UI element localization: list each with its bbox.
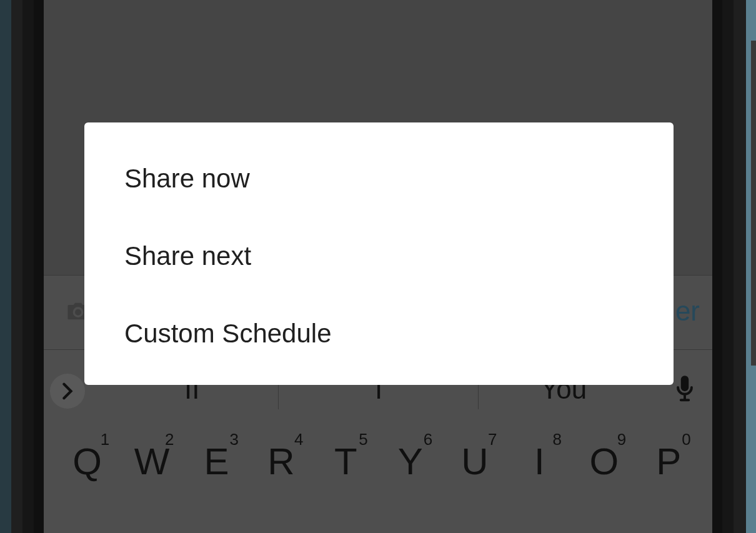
dialog-option-custom-schedule[interactable]: Custom Schedule: [84, 295, 674, 372]
share-options-dialog: Share now Share next Custom Schedule: [84, 122, 674, 385]
dialog-option-share-now[interactable]: Share now: [84, 140, 674, 217]
dialog-option-share-next[interactable]: Share next: [84, 217, 674, 295]
device-side-button: [751, 41, 756, 366]
